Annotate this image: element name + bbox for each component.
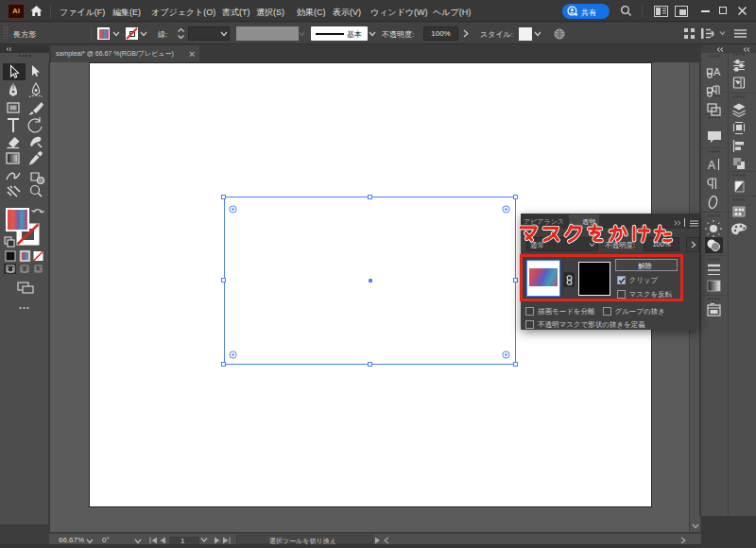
svg-text:A: A: [713, 66, 721, 77]
svg-text:A: A: [708, 159, 715, 172]
svg-text:1: 1: [180, 537, 185, 544]
